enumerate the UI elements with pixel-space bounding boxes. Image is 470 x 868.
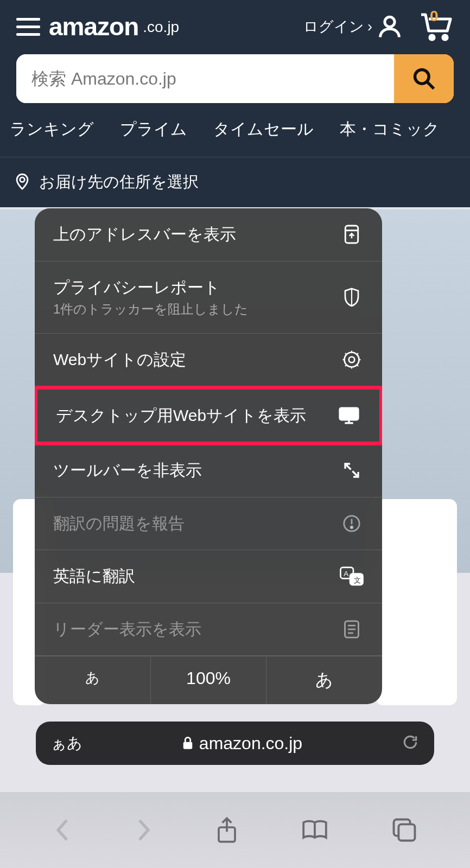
menu-label: 翻訳の問題を報告: [53, 513, 329, 535]
translate-icon: A文: [340, 566, 364, 586]
zoom-bar: あ 100% あ: [35, 656, 382, 704]
shield-icon: [340, 287, 364, 308]
location-pin-icon: [13, 172, 31, 193]
svg-rect-35: [183, 742, 193, 749]
svg-text:文: 文: [354, 576, 361, 584]
menu-label: プライバシーレポート: [53, 277, 329, 299]
cart-badge: 0: [430, 8, 439, 25]
top-bar: amazon .co.jp ログイン › 0: [0, 0, 470, 52]
svg-point-0: [385, 17, 395, 27]
svg-text:A: A: [344, 570, 348, 578]
search-input[interactable]: [16, 54, 394, 103]
cart-button[interactable]: 0: [419, 12, 454, 41]
svg-point-9: [349, 357, 355, 363]
svg-rect-18: [340, 408, 358, 420]
nav-prime[interactable]: プライム: [120, 118, 187, 141]
menu-hide-toolbar[interactable]: ツールバーを非表示: [35, 444, 382, 497]
address-bar-top-icon: [340, 224, 364, 245]
login-caret-icon: ›: [367, 18, 372, 35]
alert-circle-icon: [340, 514, 364, 533]
svg-line-14: [345, 353, 347, 355]
svg-line-4: [427, 82, 434, 88]
nav-books[interactable]: 本・コミック: [340, 118, 440, 141]
svg-point-26: [351, 526, 353, 528]
svg-rect-37: [398, 824, 415, 840]
safari-url-bar[interactable]: ぁあ amazon.co.jp: [36, 722, 434, 765]
share-icon: [216, 816, 238, 844]
svg-point-2: [443, 35, 447, 40]
svg-line-17: [357, 353, 358, 355]
lock-icon: [182, 736, 194, 750]
url-display[interactable]: amazon.co.jp: [82, 733, 402, 754]
back-button[interactable]: [53, 817, 72, 843]
svg-point-3: [415, 70, 429, 84]
search-bar: [16, 54, 454, 103]
refresh-icon: [402, 733, 419, 751]
logo-word: amazon: [49, 14, 138, 39]
menu-report-translation-issue: 翻訳の問題を報告: [35, 497, 382, 551]
tabs-button[interactable]: [392, 818, 417, 843]
login-label: ログイン: [303, 17, 364, 36]
nav-timesale[interactable]: タイムセール: [213, 118, 314, 141]
chevron-right-icon: [135, 817, 153, 843]
book-icon: [301, 819, 329, 841]
menu-hamburger-icon[interactable]: [16, 18, 40, 36]
delivery-bar[interactable]: お届け先の住所を選択: [0, 157, 470, 207]
screen: amazon .co.jp ログイン › 0: [0, 0, 470, 868]
login-link[interactable]: ログイン ›: [303, 12, 404, 41]
delivery-label: お届け先の住所を選択: [39, 171, 199, 193]
svg-line-16: [345, 365, 347, 366]
menu-show-reader: リーダー表示を表示: [35, 603, 382, 656]
menu-label: 上のアドレスバーを表示: [53, 224, 329, 246]
forward-button[interactable]: [135, 817, 153, 843]
page-format-button[interactable]: ぁあ: [51, 733, 82, 754]
reader-icon: [340, 620, 364, 639]
expand-arrows-icon: [340, 461, 364, 480]
safari-bottom-toolbar: [0, 792, 470, 868]
nav-links: ランキング プライム タイムセール 本・コミック: [0, 103, 470, 157]
zoom-level[interactable]: 100%: [151, 656, 267, 704]
content-card-right: [376, 499, 457, 705]
zoom-out-button[interactable]: あ: [35, 656, 151, 704]
gear-icon: [340, 350, 364, 369]
menu-label: リーダー表示を表示: [53, 618, 329, 641]
header-right: ログイン › 0: [303, 12, 454, 41]
svg-point-5: [20, 177, 25, 182]
user-icon: [376, 12, 404, 41]
search-button[interactable]: [394, 54, 454, 103]
menu-show-top-address-bar[interactable]: 上のアドレスバーを表示: [35, 208, 382, 261]
safari-page-settings-sheet: 上のアドレスバーを表示 プライバシーレポート 1件のトラッカーを阻止しました W…: [35, 208, 382, 704]
menu-translate-to-english[interactable]: 英語に翻訳 A文: [35, 550, 382, 603]
zoom-in-button[interactable]: あ: [266, 656, 382, 704]
tabs-icon: [392, 818, 417, 843]
amazon-header: amazon .co.jp ログイン › 0: [0, 0, 470, 207]
share-button[interactable]: [216, 816, 238, 844]
chevron-left-icon: [53, 817, 72, 843]
menu-label: 英語に翻訳: [53, 565, 329, 588]
logo-suffix: .co.jp: [143, 18, 179, 36]
menu-label: ツールバーを非表示: [53, 459, 329, 482]
menu-website-settings[interactable]: Webサイトの設定: [35, 334, 382, 387]
menu-label: デスクトップ用Webサイトを表示: [56, 405, 326, 427]
svg-point-1: [430, 35, 434, 40]
menu-label: Webサイトの設定: [53, 349, 329, 371]
refresh-button[interactable]: [402, 733, 419, 753]
nav-ranking[interactable]: ランキング: [10, 118, 94, 141]
menu-privacy-report[interactable]: プライバシーレポート 1件のトラッカーを阻止しました: [35, 261, 382, 334]
menu-request-desktop-site[interactable]: デスクトップ用Webサイトを表示: [35, 386, 382, 446]
amazon-logo[interactable]: amazon .co.jp: [49, 14, 179, 39]
menu-sublabel: 1件のトラッカーを阻止しました: [53, 301, 329, 318]
desktop-icon: [337, 406, 361, 425]
url-domain: amazon.co.jp: [199, 733, 302, 754]
bookmarks-button[interactable]: [301, 819, 329, 841]
search-icon: [412, 67, 436, 91]
svg-line-15: [357, 365, 358, 366]
